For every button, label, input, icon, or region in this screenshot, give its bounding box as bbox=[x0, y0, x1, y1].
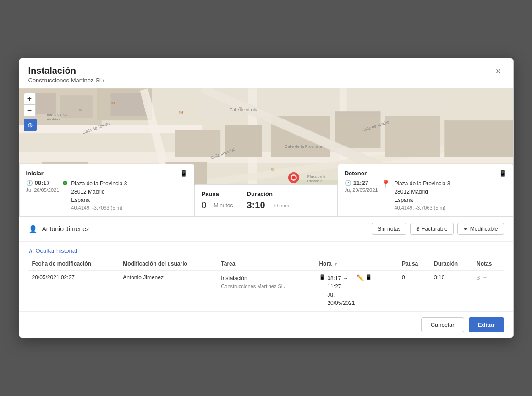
iniciar-address-line3: España bbox=[71, 196, 127, 204]
modal-footer: Cancelar Editar bbox=[19, 311, 513, 338]
svg-text:Barrio de los: Barrio de los bbox=[46, 113, 67, 117]
modificable-button[interactable]: ⚭ Modificable bbox=[457, 223, 504, 235]
detener-date: Ju, 20/05/2021 bbox=[345, 187, 378, 193]
locate-icon: ⊕ bbox=[27, 121, 33, 129]
duracion-row: 3:10 hh:mm bbox=[247, 200, 290, 211]
iniciar-phone-icon[interactable]: 📱 bbox=[180, 170, 187, 177]
tag-buttons: Sin notas $ Facturable ⚭ Modificable bbox=[372, 223, 504, 235]
col-notas: Notas bbox=[473, 258, 504, 270]
iniciar-address-line1: Plaza de la Provincia 3 bbox=[71, 179, 127, 188]
detener-time-block: 🕐 11:27 Ju, 20/05/2021 bbox=[345, 179, 378, 193]
col-tarea: Tarea bbox=[217, 258, 315, 270]
pausa-title: Pausa bbox=[201, 190, 233, 197]
svg-text:🍽: 🍽 bbox=[110, 101, 114, 105]
history-table: Fecha de modificación Modificación del u… bbox=[28, 258, 504, 311]
user-icon: 👤 bbox=[28, 225, 38, 233]
phone2-icon[interactable]: 📱 bbox=[366, 274, 372, 280]
red-pin-icon: 📍 bbox=[381, 179, 390, 188]
svg-rect-17 bbox=[444, 120, 513, 157]
col-usuario: Modificación del usuario bbox=[119, 258, 217, 270]
pausa-block: Pausa 0 Minutos bbox=[201, 190, 233, 211]
edit-button[interactable]: Editar bbox=[469, 317, 504, 332]
col-pausa: Pausa bbox=[398, 258, 430, 270]
table-header: Fecha de modificación Modificación del u… bbox=[28, 258, 504, 270]
edit-hora-icon[interactable]: ✏️ bbox=[356, 274, 364, 281]
dollar-icon-row[interactable]: $ bbox=[477, 274, 480, 281]
card-detener-row: 🕐 11:27 Ju, 20/05/2021 📍 Plaza de la Pro… bbox=[345, 179, 506, 211]
phone-icon-row: 📱 bbox=[319, 274, 325, 280]
modal-title-block: Instalación Construcciones Martinez SL/ bbox=[28, 65, 104, 84]
clock-icon-iniciar: 🕐 bbox=[26, 180, 33, 186]
share-icon-row[interactable]: ⚭ bbox=[483, 274, 488, 281]
modal-header: Instalación Construcciones Martinez SL/ … bbox=[19, 58, 513, 88]
zoom-out-button[interactable]: − bbox=[24, 105, 36, 117]
card-iniciar-row: 🕐 08:17 Ju, 20/05/2021 Plaza de la Provi… bbox=[26, 179, 188, 211]
svg-rect-15 bbox=[335, 111, 380, 148]
duracion-block: Duración 3:10 hh:mm bbox=[247, 190, 290, 211]
zoom-in-button[interactable]: + bbox=[24, 93, 36, 105]
modal-subtitle: Construcciones Martinez SL/ bbox=[28, 77, 104, 84]
col-hora[interactable]: Hora ▾ bbox=[315, 258, 398, 270]
cell-notas: $ ⚭ bbox=[473, 270, 504, 311]
table-row: 20/05/2021 02:27 Antonio Jimenez Instala… bbox=[28, 270, 504, 311]
iniciar-address: Plaza de la Provincia 3 28012 Madrid Esp… bbox=[71, 179, 127, 211]
svg-text:🍽: 🍽 bbox=[78, 108, 82, 112]
green-location-dot bbox=[63, 181, 67, 185]
card-detener-title: Detener 📱 bbox=[345, 170, 506, 177]
cell-fecha: 20/05/2021 02:27 bbox=[28, 270, 120, 311]
user-row: 👤 Antonio Jimenez Sin notas $ Facturable… bbox=[19, 217, 513, 242]
card-iniciar: Iniciar 📱 🕐 08:17 Ju, 20/05/2021 Plaza d… bbox=[19, 164, 195, 217]
duracion-value: 3:10 bbox=[247, 200, 265, 211]
sort-icon-hora: ▾ bbox=[335, 261, 337, 266]
cancel-button[interactable]: Cancelar bbox=[421, 317, 464, 332]
dollar-icon: $ bbox=[416, 226, 419, 232]
modal-title: Instalación bbox=[28, 65, 104, 76]
map-container: Calle de Toledo Calle Imperial Calle de … bbox=[19, 88, 513, 217]
map-cards: Iniciar 📱 🕐 08:17 Ju, 20/05/2021 Plaza d… bbox=[19, 164, 513, 217]
detener-address-line2: 28012 Madrid bbox=[394, 188, 450, 196]
share-icon: ⚭ bbox=[463, 226, 468, 232]
history-section: ∧ Ocultar historial Fecha de modificació… bbox=[19, 242, 513, 311]
detener-address-line3: España bbox=[394, 196, 450, 204]
detener-time: 🕐 11:27 bbox=[345, 179, 378, 186]
svg-text:🍽: 🍽 bbox=[239, 106, 242, 110]
chevron-up-icon: ∧ bbox=[28, 247, 33, 254]
card-pausa: Pausa 0 Minutos Duración 3:10 hh:mm bbox=[194, 184, 337, 217]
cell-duracion: 3:10 bbox=[430, 270, 473, 311]
history-tbody: 20/05/2021 02:27 Antonio Jimenez Instala… bbox=[28, 270, 504, 311]
cell-usuario: Antonio Jimenez bbox=[119, 270, 217, 311]
card-iniciar-title: Iniciar 📱 bbox=[26, 170, 188, 177]
svg-rect-12 bbox=[175, 130, 220, 157]
pausa-row: 0 Minutos bbox=[201, 200, 233, 211]
detener-address: Plaza de la Provincia 3 28012 Madrid Esp… bbox=[394, 179, 450, 211]
iniciar-coords: 40.4149, -3.7063 (5 m) bbox=[71, 205, 127, 211]
user-name: Antonio Jimenez bbox=[42, 225, 90, 233]
svg-text:🍽: 🍽 bbox=[179, 110, 183, 114]
history-toggle-button[interactable]: ∧ Ocultar historial bbox=[28, 242, 77, 258]
pausa-value: 0 bbox=[201, 200, 206, 211]
detener-coords: 40.4149, -3.7063 (5 m) bbox=[394, 205, 450, 211]
svg-text:Calle de la Provincia: Calle de la Provincia bbox=[284, 144, 322, 149]
col-duracion: Duración bbox=[430, 258, 473, 270]
detener-address-line1: Plaza de la Provincia 3 bbox=[394, 179, 450, 188]
duracion-unit: hh:mm bbox=[274, 203, 290, 208]
user-info: 👤 Antonio Jimenez bbox=[28, 225, 90, 233]
pausa-unit: Minutos bbox=[214, 202, 233, 209]
duracion-title: Duración bbox=[247, 190, 290, 197]
clock-icon-detener: 🕐 bbox=[345, 180, 351, 186]
map-controls: + − bbox=[24, 93, 36, 117]
sin-notas-button[interactable]: Sin notas bbox=[372, 223, 406, 235]
cell-hora: 📱 08:17 → 11:27 Ju, 20/05/2021 ✏️ 📱 bbox=[315, 270, 398, 311]
iniciar-time: 🕐 08:17 bbox=[26, 179, 60, 186]
detener-phone-icon[interactable]: 📱 bbox=[499, 170, 506, 177]
col-fecha: Fecha de modificación bbox=[28, 258, 120, 270]
close-button[interactable]: × bbox=[493, 65, 504, 76]
cell-pausa: 0 bbox=[398, 270, 430, 311]
modal-container: Instalación Construcciones Martinez SL/ … bbox=[19, 58, 514, 338]
facturable-button[interactable]: $ Facturable bbox=[410, 223, 453, 235]
svg-text:Austrias: Austrias bbox=[46, 117, 60, 121]
cell-tarea: Instalación Construcciones Martinez SL/ bbox=[217, 270, 315, 311]
iniciar-time-block: 🕐 08:17 Ju, 20/05/2021 bbox=[26, 179, 60, 193]
locate-button[interactable]: ⊕ bbox=[24, 119, 37, 131]
iniciar-address-line2: 28012 Madrid bbox=[71, 188, 127, 196]
